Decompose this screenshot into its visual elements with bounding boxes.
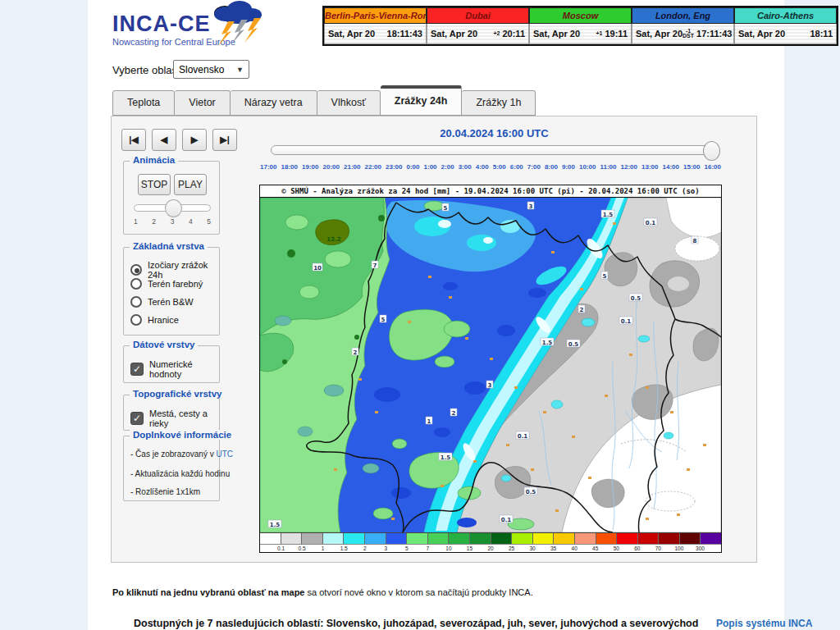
radio-button[interactable] — [130, 314, 142, 326]
radio-button[interactable] — [130, 296, 142, 308]
utc-link[interactable]: UTC — [217, 450, 234, 459]
play-button[interactable]: PLAY — [174, 174, 207, 195]
tab-n-razy-vetra[interactable]: Nárazy vetra — [231, 90, 317, 116]
city-marker — [588, 477, 591, 479]
contour-label: 0.1 — [646, 220, 656, 226]
contour-label: 8 — [693, 238, 697, 244]
map-canvas[interactable]: 12.210752538521.50.10.50.11.50.53210.11.… — [260, 198, 721, 532]
city-marker — [646, 386, 649, 389]
contour-label: 1.5 — [270, 522, 281, 528]
contour-label: 1.5 — [441, 454, 451, 461]
scale-label: 300 — [696, 546, 705, 551]
color-band — [323, 533, 345, 544]
checkbox[interactable]: ✓ — [130, 363, 144, 376]
contour-label: 1 — [427, 418, 431, 425]
city-marker — [605, 395, 608, 397]
clock-utc-offset: +1 — [596, 31, 602, 36]
tab-zr-ky-24h[interactable]: Zrážky 24h — [381, 85, 463, 116]
time-tick: 1:00 — [424, 163, 437, 171]
chevron-down-icon: ▼ — [236, 66, 244, 74]
map-click-note: Po kliknutí na jednu vybranú oblasť na m… — [112, 587, 533, 597]
city-marker — [580, 288, 583, 290]
extra-info-group: Doplnkové informácie - Čas je zobrazovan… — [123, 436, 220, 501]
radio-button[interactable] — [130, 278, 142, 290]
scale-label: 5 — [405, 546, 409, 551]
inca-description-link[interactable]: Popis systému INCA — [716, 618, 812, 629]
contour-label: 2 — [354, 349, 358, 356]
time-slider-handle[interactable] — [703, 141, 720, 161]
contour-label: 5 — [603, 273, 607, 280]
city-marker — [506, 444, 509, 446]
clock-time: 18:11:43 — [387, 29, 422, 39]
tab-vietor[interactable]: Vietor — [175, 90, 230, 116]
radio-button[interactable] — [130, 264, 142, 276]
time-tick: 11:00 — [600, 163, 616, 171]
info-line-utc: - Čas je zobrazovaný v UTC — [130, 450, 233, 459]
time-tick: 10:00 — [579, 163, 596, 171]
contour-label: 0.1 — [621, 318, 632, 325]
topo-layer-option-0[interactable]: ✓Mestá, cesty a rieky — [130, 409, 219, 428]
time-tick: 16:00 — [705, 163, 721, 171]
scale-label: 35 — [550, 546, 556, 551]
contour-label: 10 — [313, 265, 322, 272]
time-tick: 13:00 — [641, 163, 658, 171]
option-label: Terén B&W — [148, 297, 194, 307]
city-marker — [408, 321, 411, 323]
data-layers-legend: Dátové vrstvy — [130, 340, 198, 349]
color-band — [491, 533, 513, 544]
speed-tick: 5 — [207, 217, 211, 226]
clock-city-name: Berlin-Paris-Vienna-Roma — [324, 7, 427, 24]
time-slider[interactable] — [271, 145, 718, 155]
clock-datetime: Sat, Apr 2018:11 — [734, 24, 837, 44]
color-band — [344, 533, 365, 544]
base-layer-option-0[interactable]: Izočiary zrážok 24h — [130, 260, 219, 280]
contour-label: 1.5 — [542, 340, 553, 346]
data-layer-option-0[interactable]: ✓Numerické hodnoty — [130, 359, 219, 379]
previous-frame-button[interactable]: ◀ — [152, 129, 176, 151]
tab-teplota[interactable]: Teplota — [112, 90, 175, 116]
time-tick: 12:00 — [621, 163, 637, 171]
animation-speed-slider[interactable] — [134, 204, 211, 212]
topo-layers-group: Topografické vrstvy ✓Mestá, cesty a riek… — [123, 395, 220, 431]
city-marker — [613, 222, 616, 225]
next-frame-button[interactable]: ▶ — [182, 129, 207, 151]
stop-button[interactable]: STOP — [138, 174, 171, 195]
base-layer-option-3[interactable]: Hranice — [130, 314, 179, 326]
last-frame-button[interactable]: ▶| — [212, 129, 237, 151]
tab-vlhkos-[interactable]: Vlhkosť — [317, 90, 381, 116]
city-marker — [551, 251, 555, 253]
clock-2: MoscowSat, Apr 20+119:11 — [529, 7, 632, 44]
color-band — [449, 533, 470, 544]
precipitation-map[interactable]: © SHMÚ - Analýza zrážok za 24 hod [mm] -… — [259, 185, 722, 553]
time-tick: 19:00 — [302, 163, 318, 171]
city-marker — [490, 358, 493, 360]
animation-speed-slider-handle[interactable] — [165, 199, 182, 217]
city-marker — [572, 436, 575, 438]
time-tick: 3:00 — [459, 163, 472, 171]
scale-label: 30 — [529, 546, 535, 551]
available-areas-text: Dostupných je 7 nasledujúcich oblastí: S… — [134, 618, 698, 629]
scale-label: 1.5 — [340, 546, 348, 551]
city-marker — [334, 468, 337, 471]
tab-zr-ky-1h[interactable]: Zrážky 1h — [462, 90, 536, 116]
checkbox[interactable]: ✓ — [130, 412, 144, 425]
extra-info-legend: Doplnkové informácie — [130, 430, 235, 440]
speed-tick: 2 — [152, 217, 156, 226]
contour-label: 2 — [452, 410, 456, 417]
region-select[interactable]: Slovensko ▼ — [173, 60, 249, 79]
clock-time: 17:11:43 — [696, 29, 732, 39]
base-layer-option-1[interactable]: Terén farebný — [130, 278, 203, 290]
animation-group: Animácia STOP PLAY 12345 — [123, 161, 220, 235]
frame-nav-buttons: |◀◀▶▶| — [121, 129, 237, 151]
time-tick: 4:00 — [476, 163, 489, 171]
city-marker — [449, 296, 452, 299]
base-layer-option-2[interactable]: Terén B&W — [130, 296, 194, 308]
option-label: Terén farebný — [148, 279, 203, 289]
first-frame-button[interactable]: |◀ — [121, 129, 146, 151]
city-marker — [531, 468, 534, 471]
color-band — [575, 533, 596, 544]
time-tick: 18:00 — [281, 163, 298, 171]
clock-offset-dst: DST — [682, 34, 694, 39]
color-band — [365, 533, 386, 544]
clock-city-name: Cairo-Athens — [734, 7, 837, 24]
